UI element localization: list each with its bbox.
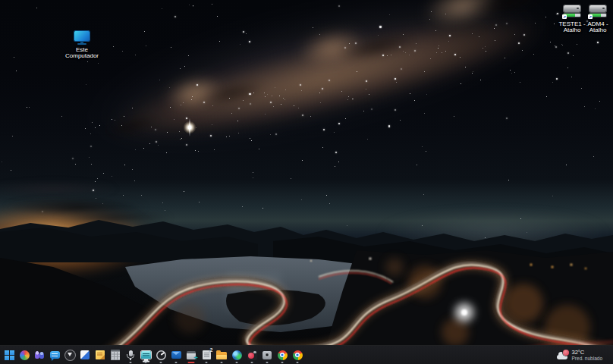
funnel-circle-icon[interactable] [63,347,77,363]
desktop-wallpaper: Este Computador ➚ TESTE1 - Atalho ➚ ADM4… [0,0,613,345]
this-pc-icon [73,30,91,46]
weather-condition: Pred. nublado [572,356,602,361]
icon-label: Atalho [587,27,608,33]
microphone-icon[interactable] [124,347,138,363]
document-2-icon[interactable]: 2 [200,347,214,363]
taskbar-pinned-apps: + 2 [0,347,305,363]
file-explorer-icon[interactable] [215,347,229,363]
globe-app-icon[interactable] [230,347,244,363]
people-purple-icon[interactable] [33,347,47,363]
red-media-app-icon[interactable] [245,347,259,363]
chrome-icon[interactable] [275,347,290,363]
desktop-icon-this-pc[interactable]: Este Computador [59,30,105,59]
weather-widget[interactable]: 32°C Pred. nublado [554,348,605,362]
teal-monitor-icon[interactable] [139,347,153,363]
app-plus-icon[interactable]: + [184,347,199,363]
weather-alert-badge [563,350,569,356]
cloud-weather-icon [557,350,569,360]
taskbar: + 2 32°C Pred. nublado [0,345,613,364]
icon-label: Computador [65,53,99,59]
sticky-notes-icon[interactable] [93,347,108,363]
gauge-icon[interactable] [154,347,168,363]
desktop-icon-teste1[interactable]: ➚ TESTE1 - Atalho [558,5,586,33]
chrome-icon-2[interactable] [291,347,305,363]
diagonal-app-icon[interactable] [78,347,93,363]
network-drive-icon: ➚ [562,5,582,20]
outlook-icon[interactable] [169,347,184,363]
icon-label: Atalho [558,27,585,33]
spreadsheet-icon[interactable] [108,347,123,363]
desktop-icon-adm4[interactable]: ➚ ADM4 - Atalho [583,5,612,33]
start-button[interactable] [2,347,17,363]
shortcut-arrow-icon: ➚ [562,14,567,19]
chat-icon[interactable] [48,347,62,363]
network-drive-icon: ➚ [588,5,608,20]
weather-temperature: 32°C [572,350,602,356]
camera-app-icon[interactable] [260,347,275,363]
copilot-icon[interactable] [17,347,32,363]
windows-desktop: { "desktop": { "icons": [ { "id": "this-… [0,0,613,364]
system-tray: 32°C Pred. nublado [554,348,613,362]
shortcut-arrow-icon: ➚ [588,14,593,19]
